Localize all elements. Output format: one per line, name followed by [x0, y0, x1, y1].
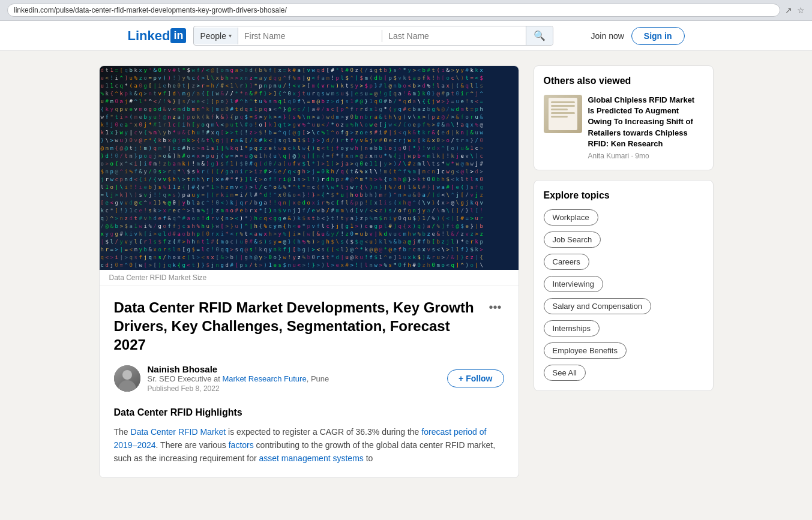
also-viewed-author: Anita Kumari [588, 152, 630, 160]
sidebar: Others also viewed Global Chipless RFID … [534, 65, 714, 478]
author-company-link[interactable]: Market Research Future [223, 374, 307, 383]
highlights-heading: Data Center RFID Highlights [114, 407, 504, 418]
linkedin-logo[interactable]: Linked in [128, 28, 187, 44]
code-rain: deu%u{wkk}@}o$jl=[kq/x|hqcf^i<!@t<1k#kf!… [100, 66, 519, 270]
search-group: People ▾ 🔍 [193, 26, 553, 46]
header-actions: Join now Sign in [591, 27, 685, 45]
follow-button[interactable]: + Follow [447, 369, 504, 387]
first-name-input[interactable] [238, 28, 382, 44]
article-section: deu%u{wkk}@}o$jl=[kq/x|hqcf^i<!@t<1k#kf!… [99, 65, 519, 478]
rfid-market-link[interactable]: Data Center RFID Market [131, 427, 226, 437]
logo-text: Linked [128, 28, 170, 44]
url-bar[interactable]: linkedin.com/pulse/data-center-rfid-mark… [7, 4, 780, 17]
topics-list: WorkplaceJob SearchCareersInterviewingSa… [544, 209, 703, 381]
author-row: Nainish Bhosale Sr. SEO Executive at Mar… [114, 364, 504, 393]
browser-chrome: linkedin.com/pulse/data-center-rfid-mark… [0, 0, 812, 21]
topic-tag[interactable]: Job Search [544, 232, 601, 248]
main-layout: deu%u{wkk}@}o$jl=[kq/x|hqcf^i<!@t<1k#kf!… [76, 51, 736, 492]
thumb-line-1 [551, 101, 575, 103]
author-info: Nainish Bhosale Sr. SEO Executive at Mar… [148, 364, 441, 393]
asset-mgmt-link[interactable]: asset management systems [259, 453, 364, 463]
also-viewed-meta: Anita Kumari · 9mo [588, 152, 703, 160]
topic-tag[interactable]: Workplace [544, 209, 598, 226]
article-title-row: Data Center RFID Market Developments, Ke… [114, 298, 504, 354]
search-dropdown[interactable]: People ▾ [194, 28, 238, 44]
search-category-label: People [200, 31, 226, 41]
thumb-line-5 [551, 116, 568, 118]
see-all-tag[interactable]: See All [544, 365, 586, 381]
logo-box: in [170, 28, 186, 43]
thumb-line-2 [551, 105, 575, 107]
topic-tag[interactable]: Careers [544, 254, 589, 270]
chevron-down-icon: ▾ [229, 32, 232, 39]
topic-tag[interactable]: Employee Benefits [544, 342, 627, 359]
more-options-button[interactable]: ••• [486, 298, 504, 317]
factors-link[interactable]: factors [229, 440, 254, 450]
last-name-input[interactable] [382, 28, 526, 44]
also-viewed-title: Global Chipless RFID Market Is Predicted… [588, 95, 703, 149]
explore-topics-card: Explore topics WorkplaceJob SearchCareer… [534, 180, 714, 391]
article-content: Data Center RFID Market Developments, Ke… [100, 286, 519, 477]
others-also-viewed-card: Others also viewed Global Chipless RFID … [534, 65, 714, 170]
author-name: Nainish Bhosale [148, 364, 441, 374]
author-title: Sr. SEO Executive at Market Research Fut… [148, 374, 441, 383]
thumb-line-4 [551, 112, 575, 114]
article-body-text: The Data Center RFID Market is expected … [114, 425, 504, 465]
article-hero-image: deu%u{wkk}@}o$jl=[kq/x|hqcf^i<!@t<1k#kf!… [100, 66, 519, 270]
also-viewed-time: 9mo [635, 152, 649, 160]
article-image-caption: Data Center RFID Market Size [100, 270, 519, 286]
also-viewed-text: Global Chipless RFID Market Is Predicted… [588, 95, 703, 160]
topic-tag[interactable]: Interviewing [544, 276, 603, 292]
linkedin-header: Linked in People ▾ 🔍 Join now Sign in [0, 21, 812, 51]
explore-topics-heading: Explore topics [544, 190, 703, 201]
topic-tag[interactable]: Internships [544, 320, 600, 336]
sign-in-button[interactable]: Sign in [631, 27, 685, 45]
others-also-viewed-heading: Others also viewed [544, 76, 703, 86]
search-button[interactable]: 🔍 [526, 26, 553, 45]
article-body: Data Center RFID Highlights The Data Cen… [114, 407, 504, 465]
thumb-paper [549, 98, 577, 130]
article-title: Data Center RFID Market Developments, Ke… [114, 298, 482, 354]
search-icon: 🔍 [534, 31, 546, 41]
avatar [114, 365, 140, 392]
bookmark-icon[interactable]: ☆ [797, 5, 805, 15]
thumb-line-3 [551, 109, 568, 110]
join-now-button[interactable]: Join now [591, 31, 624, 41]
also-viewed-item[interactable]: Global Chipless RFID Market Is Predicted… [544, 95, 703, 160]
browser-icons: ↗ ☆ [785, 5, 805, 15]
share-icon[interactable]: ↗ [785, 5, 792, 15]
avatar-image [114, 365, 140, 392]
topic-tag[interactable]: Salary and Compensation [544, 298, 652, 314]
published-date: Published Feb 8, 2022 [148, 384, 441, 393]
also-viewed-thumbnail [544, 95, 582, 133]
